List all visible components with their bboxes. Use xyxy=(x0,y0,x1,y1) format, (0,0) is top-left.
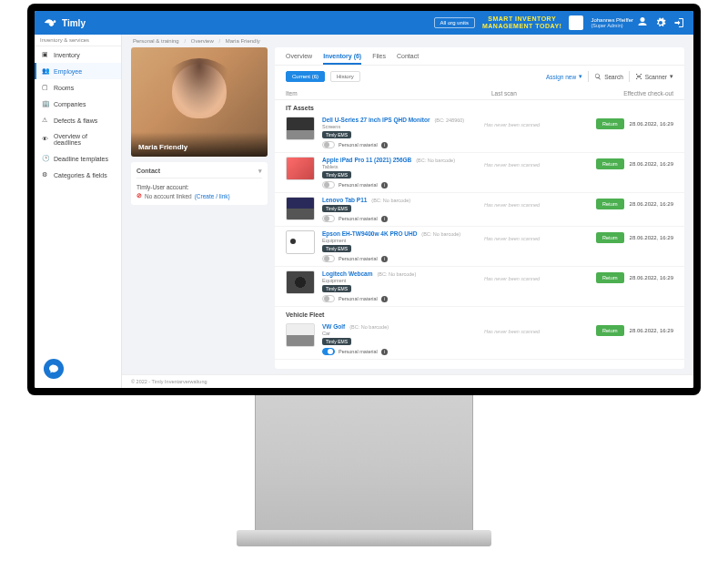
main-content: Personal & training / Overview / Maria F… xyxy=(122,35,693,388)
item-title[interactable]: Apple iPad Pro 11 (2021) 256GB xyxy=(322,157,411,163)
item-barcode: (BC: No barcode) xyxy=(371,198,410,203)
item-title[interactable]: Epson EH-TW9400w 4K PRO UHD xyxy=(322,230,417,237)
top-bar: Timly All org units Smart Inventory Mana… xyxy=(35,11,693,35)
item-thumbnail[interactable] xyxy=(286,230,315,254)
sidebar-header: Inventory & services xyxy=(35,35,121,46)
org-units-button[interactable]: All org units xyxy=(434,17,475,28)
sidebar-icon: 👁 xyxy=(42,136,49,143)
sidebar-item-label: Employee xyxy=(54,68,82,75)
sidebar-item-employee[interactable]: 👥Employee xyxy=(35,63,121,79)
item-title[interactable]: Logitech Webcam xyxy=(322,270,373,277)
item-thumbnail[interactable] xyxy=(286,157,315,180)
group-vehicle-fleet: Vehicle Fleet xyxy=(275,307,684,320)
logout-icon[interactable] xyxy=(673,17,684,29)
personal-material-toggle[interactable] xyxy=(322,348,335,355)
promo-line2: Management Today! xyxy=(482,23,561,30)
settings-icon[interactable] xyxy=(655,17,666,29)
sidebar-item-categories-fields[interactable]: ⚙Categories & fields xyxy=(35,167,121,183)
personal-material-label: Personal material xyxy=(339,349,378,354)
search-button[interactable]: Search xyxy=(594,73,623,80)
sidebar-item-label: Rooms xyxy=(54,85,74,91)
tab-contact[interactable]: Contact xyxy=(397,53,419,65)
sidebar-icon: ⚠ xyxy=(42,117,49,124)
sidebar-item-inventory[interactable]: ▣Inventory xyxy=(35,46,121,63)
personal-material-label: Personal material xyxy=(339,296,378,301)
sidebar-item-deadline-templates[interactable]: 🕒Deadline templates xyxy=(35,150,121,167)
item-tag: Timly EMS xyxy=(322,245,351,252)
item-title[interactable]: Dell U-Series 27 inch IPS QHD Monitor xyxy=(322,117,430,123)
inventory-card: Overview Inventory (6) Files Contact Cur… xyxy=(275,47,684,369)
sidebar-item-overview-of-deadlines[interactable]: 👁Overview of deadlines xyxy=(35,128,121,150)
personal-material-toggle[interactable] xyxy=(322,141,335,148)
item-category: Screens xyxy=(322,124,477,129)
create-link[interactable]: (Create / link) xyxy=(195,193,230,199)
return-button[interactable]: Return xyxy=(596,325,624,336)
contact-heading: Contact xyxy=(136,168,160,175)
crumb-a[interactable]: Personal & training xyxy=(133,38,179,44)
no-account-text: No account linked xyxy=(145,193,192,199)
user-menu[interactable]: Johannes Pfeiffer (Super Admin) xyxy=(591,16,648,29)
item-category: Tablets xyxy=(322,164,477,169)
sidebar-icon: 👥 xyxy=(42,67,49,75)
personal-material-label: Personal material xyxy=(339,216,378,221)
tab-files[interactable]: Files xyxy=(372,53,386,65)
return-button[interactable]: Return xyxy=(596,199,624,209)
personal-material-toggle[interactable] xyxy=(322,181,335,189)
info-icon[interactable]: i xyxy=(381,216,388,222)
personal-material-label: Personal material xyxy=(339,182,378,188)
item-barcode: (BC: No barcode) xyxy=(416,158,455,163)
last-scan-value: Has never been scanned xyxy=(484,157,575,168)
table-row: Epson EH-TW9400w 4K PRO UHD (BC: No barc… xyxy=(275,227,684,267)
item-title[interactable]: Lenovo Tab P11 xyxy=(322,197,367,203)
sidebar-item-rooms[interactable]: ▢Rooms xyxy=(35,79,121,96)
item-thumbnail[interactable] xyxy=(286,270,315,294)
col-effective: Effective check-out xyxy=(582,90,673,97)
return-button[interactable]: Return xyxy=(596,118,624,129)
last-scan-value: Has never been scanned xyxy=(484,323,575,334)
logo[interactable]: Timly xyxy=(44,17,86,28)
return-button[interactable]: Return xyxy=(596,158,624,169)
info-icon[interactable]: i xyxy=(381,182,388,189)
personal-material-toggle[interactable] xyxy=(322,215,335,222)
item-barcode: (BC: No barcode) xyxy=(349,324,389,330)
inventory-toolbar: Current (6) History Assign new ▾ xyxy=(275,66,684,87)
user-name: Johannes Pfeiffer xyxy=(591,17,633,24)
personal-material-toggle[interactable] xyxy=(322,255,335,262)
sidebar-item-label: Defects & flaws xyxy=(54,117,97,124)
sidebar-item-label: Categories & fields xyxy=(54,172,107,178)
profile-photo-card: Maria Friendly xyxy=(131,47,268,157)
last-scan-value: Has never been scanned xyxy=(484,230,575,241)
assign-new-button[interactable]: Assign new ▾ xyxy=(546,73,582,80)
info-icon[interactable]: i xyxy=(381,296,388,302)
sidebar-item-label: Overview of deadlines xyxy=(54,133,114,146)
crumb-c: Maria Friendly xyxy=(226,38,260,44)
item-category: Equipment xyxy=(322,278,477,283)
effective-date: 28.06.2022, 16:29 xyxy=(630,201,673,207)
effective-date: 28.06.2022, 16:29 xyxy=(630,235,673,240)
sidebar-item-companies[interactable]: 🏢Companies xyxy=(35,96,121,112)
return-button[interactable]: Return xyxy=(596,272,624,283)
info-icon[interactable]: i xyxy=(381,256,388,262)
item-thumbnail[interactable] xyxy=(286,117,315,140)
col-last-scan: Last scan xyxy=(491,90,582,97)
item-title[interactable]: VW Golf xyxy=(322,323,345,330)
filter-history[interactable]: History xyxy=(330,71,360,82)
return-button[interactable]: Return xyxy=(596,232,624,243)
info-icon[interactable]: i xyxy=(381,142,388,148)
tab-inventory[interactable]: Inventory (6) xyxy=(323,53,361,65)
filter-current[interactable]: Current (6) xyxy=(286,71,325,82)
info-icon[interactable]: i xyxy=(381,349,388,355)
chevron-down-icon[interactable]: ▾ xyxy=(258,168,262,175)
item-barcode: (BC: No barcode) xyxy=(377,271,416,277)
item-thumbnail[interactable] xyxy=(286,197,315,220)
chat-bubble[interactable] xyxy=(44,359,64,379)
scanner-button[interactable]: Scanner ▾ xyxy=(635,73,673,80)
sidebar-item-defects-flaws[interactable]: ⚠Defects & flaws xyxy=(35,112,121,128)
item-barcode: (BC: 248960) xyxy=(434,117,464,123)
crumb-b[interactable]: Overview xyxy=(191,38,214,44)
tab-overview[interactable]: Overview xyxy=(286,53,312,65)
item-thumbnail[interactable] xyxy=(286,323,315,347)
svg-point-0 xyxy=(54,20,56,23)
personal-material-toggle[interactable] xyxy=(322,295,335,302)
group-it-assets: IT Assets xyxy=(275,100,684,113)
